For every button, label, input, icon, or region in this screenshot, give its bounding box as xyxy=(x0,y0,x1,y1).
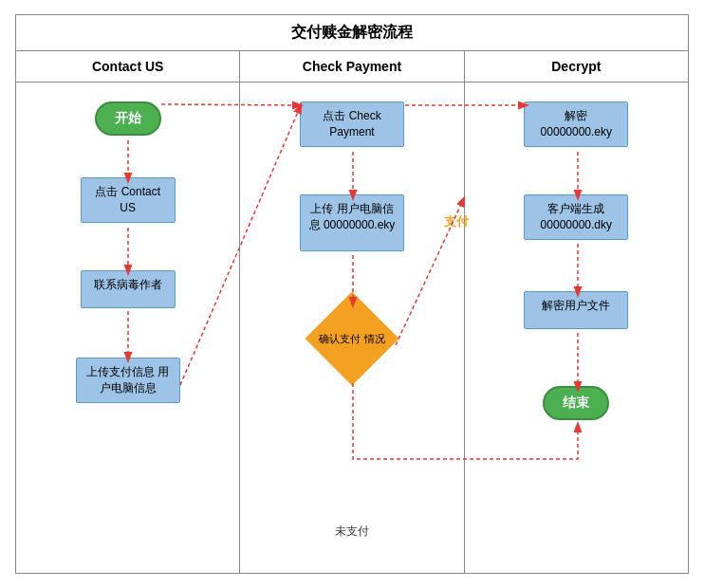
col-decrypt: Decrypt 解密 00000000.eky 客户端生成 00000000.d… xyxy=(465,51,688,573)
diagram-title: 交付赎金解密流程 xyxy=(16,15,688,51)
col-contact: Contact US 开始 点击 Contact US 联系病毒作者 上传支付信… xyxy=(16,51,240,573)
click-check-node: 点击 Check Payment xyxy=(300,101,404,147)
col-contact-body: 开始 点击 Contact US 联系病毒作者 上传支付信息 用户电脑信息 xyxy=(16,83,239,568)
upload-eky-node: 上传 用户电脑信息 00000000.eky xyxy=(300,194,404,251)
columns: Contact US 开始 点击 Contact US 联系病毒作者 上传支付信… xyxy=(16,51,688,573)
paid-label: 支付 xyxy=(444,213,469,230)
col-decrypt-body: 解密 00000000.eky 客户端生成 00000000.dky 支付 解密… xyxy=(465,83,688,568)
unpaid-label: 未支付 xyxy=(335,524,369,540)
upload-payment-node: 上传支付信息 用户电脑信息 xyxy=(76,358,180,403)
col-check-header: Check Payment xyxy=(240,51,463,83)
click-contact-node: 点击 Contact US xyxy=(81,177,176,223)
decrypt-files-node: 解密用户文件 xyxy=(524,291,628,329)
col-decrypt-header: Decrypt xyxy=(465,51,688,83)
decrypt-eky-node: 解密 00000000.eky xyxy=(524,101,628,147)
start-node: 开始 xyxy=(95,101,161,136)
confirm-payment-diamond-wrapper: 确认支付 情况 xyxy=(314,301,390,377)
diagram-container: 交付赎金解密流程 Contact US 开始 点击 Contact US 联系病… xyxy=(15,14,689,574)
col-check-body: 点击 Check Payment 上传 用户电脑信息 00000000.eky … xyxy=(240,83,463,568)
generate-dky-node: 客户端生成 00000000.dky xyxy=(524,194,628,240)
col-contact-header: Contact US xyxy=(16,51,239,83)
confirm-payment-text: 确认支付 情况 xyxy=(314,301,390,377)
col-check: Check Payment 点击 Check Payment 上传 用户电脑信息… xyxy=(240,51,464,573)
contact-virus-node: 联系病毒作者 xyxy=(81,270,176,308)
end-node: 结束 xyxy=(543,386,609,420)
